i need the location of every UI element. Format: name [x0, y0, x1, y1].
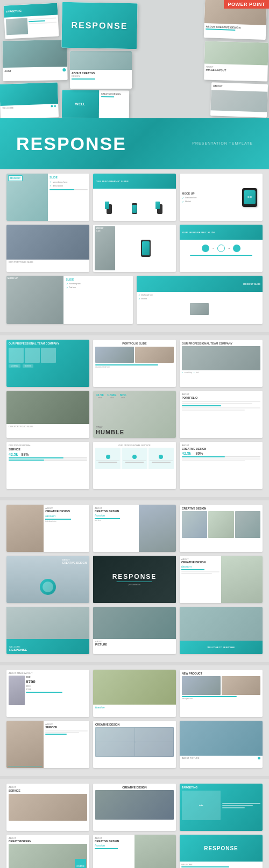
slide-thumb-1[interactable]: MOCK UP SLIDE ✓something here ✓descripti… [6, 174, 89, 221]
hero-subtitle-area: PRESENTATION TEMPLATE [192, 141, 253, 147]
slide-row-10: ABOUT IMAGE LAYOUT ECO 8700 BOOK ROOM [6, 670, 263, 717]
slide-thumb-14[interactable]: OUR PROFESSIONAL SERVICE 42.5k 88% [6, 442, 89, 489]
slide-thumb-31[interactable]: ABOUT PICTURE [180, 721, 263, 768]
mockup-label: MOCK UP [8, 175, 23, 181]
slide-thumb-36[interactable]: ABOUT CREATIVE DESIGN fassion [93, 835, 176, 868]
slide-row-5: OUR PORTFOLIO SLIDE STAY HUMBLE 42.5k va… [6, 391, 263, 438]
slide-thumb-12[interactable]: OUR PORTFOLIO SLIDE [6, 391, 89, 438]
slide-thumb-17[interactable]: ABOUT CREATIVE DESIGN fassion text descr… [6, 505, 89, 552]
slide-thumb-5[interactable]: MOCK UP SLIDE [93, 225, 176, 272]
slide-thumb-6[interactable]: OUR INFOGRAPHIC SLIDE → → [180, 225, 263, 272]
slide-grid-section-2: OUR PROFESSIONAL TEAM COMPANY something … [0, 335, 269, 497]
slide-grid-section-3: ABOUT CREATIVE DESIGN fassion text descr… [0, 500, 269, 662]
slide-row-7: ABOUT CREATIVE DESIGN fassion text descr… [6, 505, 263, 552]
slide-thumb-27[interactable]: fassion [93, 670, 176, 717]
slide-thumb-33[interactable]: CREATIVE DESIGN [93, 784, 176, 831]
slide-row-4: OUR PROFESSIONAL TEAM COMPANY something … [6, 340, 263, 387]
slide-grid-section-4: ABOUT IMAGE LAYOUT ECO 8700 BOOK ROOM [0, 665, 269, 776]
slide-thumb-3[interactable]: MOCK UP ✓Dashboard here ✓Info text 00:00 [180, 174, 263, 221]
slide-thumb-16[interactable]: ABOUT CREATIVE DESIGN 42.5k 80% [180, 442, 263, 489]
slide-thumb-18[interactable]: ABOUT CREATIVE DESIGN fassion text here [93, 505, 176, 552]
slide-thumb-22[interactable]: ABOUT CREATIVE DESIGN fassion [180, 556, 263, 603]
slide-thumb-10[interactable]: PORTFOLIO SLIDE description text here [93, 340, 176, 387]
slide-row-6: OUR PROFESSIONAL SERVICE 42.5k 88% OUR P… [6, 442, 263, 489]
slide-thumb-24[interactable]: ABOUT PICTURE [93, 607, 176, 654]
humble-text: HUMBLE [96, 429, 124, 435]
slide-thumb-11[interactable]: OUR PROFESSIONAL TEAM COMPANY ● somethin… [180, 340, 263, 387]
slide-thumb-30[interactable]: CREATIVE DESIGN [93, 721, 176, 768]
slide-thumb-15[interactable]: OUR PROFESSIONAL SERVICE [93, 442, 176, 489]
slide-row-1: MOCK UP SLIDE ✓something here ✓descripti… [6, 174, 263, 221]
slide-thumb-35[interactable]: ABOUT CREATIVESREEN CREATIVE [6, 835, 89, 868]
infographic-label-2: OUR INFOGRAPHIC SLIDE [182, 231, 215, 234]
slide-row-11: ABOUT SERVICE CREATIVE DESIGN [6, 721, 263, 768]
slide-row-2: OUR PORTFOLIO SLIDE MOCK UP SLIDE [6, 225, 263, 272]
slide-row-3: MOCK UP SLIDE ✓Something here ✓Text here… [6, 276, 263, 324]
top-collage: TARGETING RESPONSE ABOUT CREATIVE DESIGN [0, 0, 269, 118]
slide-thumb-21[interactable]: RESPONSE presentation [93, 556, 176, 603]
hero-title-text: RESPONSE [16, 133, 126, 154]
slide-thumb-9[interactable]: OUR PROFESSIONAL TEAM COMPANY something … [6, 340, 89, 387]
portfolio-label: OUR PORTFOLIO SLIDE [6, 260, 89, 264]
hero-banner: RESPONSE PRESENTATION TEMPLATE [0, 118, 269, 169]
slide-row-12: ABOUT SERVICE CREATIVE DESIGN TARGETING … [6, 784, 263, 831]
slide-thumb-28[interactable]: NEW PRODUCT description text [180, 670, 263, 717]
slide-thumb-32[interactable]: ABOUT SERVICE [6, 784, 89, 831]
slide-thumb-humble[interactable]: STAY HUMBLE 42.5k value 1.3MB value [93, 391, 176, 438]
slide-thumb-7[interactable]: MOCK UP SLIDE ✓Something here ✓Text here [6, 276, 133, 324]
hero-subtitle-label: PRESENTATION TEMPLATE [192, 141, 253, 145]
slide-thumb-29[interactable]: ABOUT SERVICE [6, 721, 89, 768]
powerpoint-badge: POWER POINT [224, 0, 269, 9]
slide-grid-section-1: MOCK UP SLIDE ✓something here ✓descripti… [0, 169, 269, 332]
slide-thumb-37[interactable]: RESPONSE WELCOME description here [180, 835, 263, 868]
slide-thumb-25[interactable]: WELCOME TO RESPONSE [180, 607, 263, 654]
slide-row-13: ABOUT CREATIVESREEN CREATIVE ABOUT CREAT… [6, 835, 263, 868]
infographic-label: OUR INFOGRAPHIC SLIDE [96, 180, 129, 183]
slide-thumb-26[interactable]: ABOUT IMAGE LAYOUT ECO 8700 BOOK ROOM [6, 670, 89, 717]
slide-thumb-19[interactable]: CREATIVE DESIGN [180, 505, 263, 552]
slide-thumb-23[interactable]: WELCOME RESPONSE [6, 607, 89, 654]
slide-row-9: WELCOME RESPONSE ABOUT PICTURE WELCOME T… [6, 607, 263, 654]
slide-thumb-20[interactable]: ABOUT CREATIVE DESIGN [6, 556, 89, 603]
slide-thumb-13[interactable]: ABOUT PORTFOLIO [180, 391, 263, 438]
slide-thumb-2[interactable]: OUR INFOGRAPHIC SLIDE [93, 174, 176, 221]
slide-thumb-4[interactable]: OUR PORTFOLIO SLIDE [6, 225, 89, 272]
slide-label: SLIDE [49, 176, 88, 179]
slide-thumb-8[interactable]: MOCK UP SLIDE ✓Dashboard here ✓Info text [137, 276, 263, 324]
slide-row-8: ABOUT CREATIVE DESIGN RESPONSE presentat… [6, 556, 263, 603]
slide-grid-section-5: ABOUT SERVICE CREATIVE DESIGN TARGETING … [0, 779, 269, 868]
slide-thumb-34[interactable]: TARGETING info [180, 784, 263, 831]
